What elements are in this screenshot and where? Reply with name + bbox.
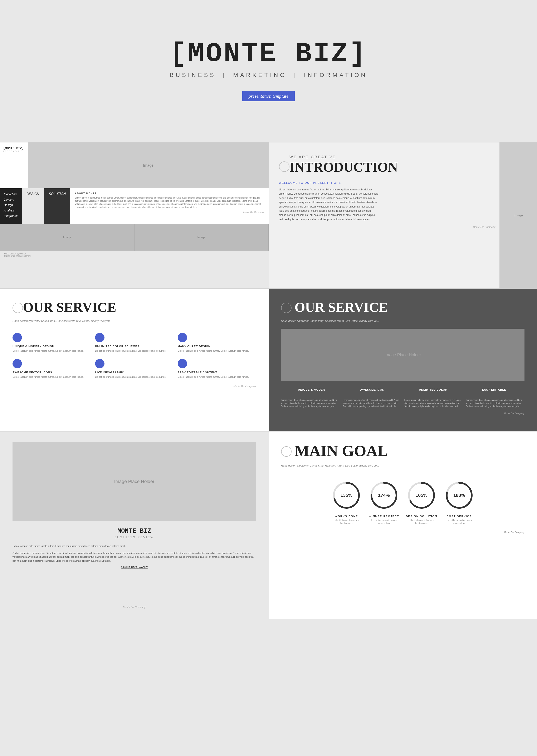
slide2-img-right: Image: [134, 224, 268, 251]
slide3-image-label: Image: [514, 214, 523, 217]
nav-item-3: Analysis: [4, 209, 18, 212]
slide3-company: Monte Biz Company: [279, 226, 495, 229]
slide-7: MAIN GOAL Raue desien typewriter Carios …: [268, 432, 537, 619]
slide7-heading-row: MAIN GOAL: [281, 442, 525, 461]
slide-3: WE ARE CREATIVE INTRODUCTION WELLCOME TO…: [268, 143, 537, 288]
welcome-label: WELLCOME TO OUR PRESENTATIONS: [279, 181, 495, 184]
goal-circle-desc-3: Lid est laborum dolo rumes fugats autras…: [443, 519, 475, 525]
main-goal-sub: Raue desien typewriter Carios Itrag. Hel…: [281, 464, 525, 467]
goal-circle-desc-0: Lid est laborum dolo rumes fugats autras…: [331, 519, 362, 525]
slide6-image-placeholder: Image Place Holder: [13, 442, 256, 521]
slide2-top: [MONTE BIZ] PRESENTATION Image: [0, 143, 268, 188]
slide2-about-title: ABOUT MONTE: [75, 192, 264, 194]
svg-text:135%: 135%: [341, 493, 352, 498]
slide4-service-grid: UNIQUE & MODERN DESIGN Lid est laborum d…: [13, 333, 256, 379]
goal-circle-svg-2: 105%: [406, 480, 437, 511]
nav-item-1: Landing: [4, 198, 18, 201]
slide6-image-label: Image Place Holder: [114, 479, 154, 484]
service-dot-5: [178, 359, 187, 368]
service-dot-0: [13, 333, 22, 342]
slide-hero: [MONTE BIZ] BUSINESS | MARKETING | INFOR…: [0, 0, 537, 142]
goal-circle-3: 188% COST SERVICE Lid est laborum dolo r…: [443, 480, 475, 525]
slide2-img-right-label: Image: [197, 236, 205, 239]
goal-circle-label-0: WORKS DONE: [335, 515, 358, 518]
slide3-content: WE ARE CREATIVE INTRODUCTION WELLCOME TO…: [268, 143, 537, 288]
slide5-image-label: Image Place Holder: [384, 353, 421, 357]
slide2-brand-sub: PRESENTATION: [3, 150, 25, 152]
slide5-company: Monte Biz Company: [281, 412, 525, 415]
nav-item-2: Design: [4, 203, 18, 207]
service-dot-4: [95, 359, 104, 368]
slide2-brand-name: [MONTE BIZ]: [3, 147, 25, 150]
slide2-about: ABOUT MONTE Lid est laborum dolo rumes f…: [70, 188, 268, 224]
goal-circle-label-1: WINNER PROJECT: [369, 515, 399, 518]
slide6-body1: Lid est laborum dolo rumes fugats autras…: [13, 544, 256, 548]
service-name-2: MANY CHART DESIGN: [178, 345, 256, 348]
main-goal-title: MAIN GOAL: [295, 442, 388, 460]
slide5-icon-label-1: AWESOME ICON: [344, 388, 401, 391]
slide5-subtitle: Raue desien typewriter Carios Itrag. Hel…: [281, 319, 525, 322]
goal-circle-1: 174% WINNER PROJECT Lid est laborum dolo…: [368, 480, 399, 525]
slide6-brand-sub: BUSINESS REVIEW: [13, 535, 256, 539]
goal-circle-svg-1: 174%: [368, 480, 399, 511]
slide5-image-area: Image Place Holder: [281, 329, 525, 381]
slide3-image-right: Image: [499, 143, 537, 288]
slide5-icon-1: AWESOME ICON: [342, 385, 403, 395]
service-name-5: EASY EDITABLE CONTENT: [178, 371, 256, 374]
slide4-title: OUR SERVICE: [23, 300, 116, 315]
service-item-3: AWESOME VECTOR ICONS Lid est laborum dol…: [13, 359, 91, 379]
slide5-icon-0: UNIQUE & MODER: [281, 385, 342, 395]
slide5-text-cols: Lorem ipsum dolor sit amet, consectetur …: [281, 399, 525, 408]
slide6-company: Monte Biz Company: [13, 602, 256, 609]
nav-item-0: Marketing: [4, 192, 18, 196]
slide-6: Image Place Holder MONTE BIZ BUSINESS RE…: [0, 432, 268, 619]
nav-item-4: Infographic: [4, 214, 18, 218]
hero-badge: presentation template: [242, 91, 295, 101]
slide7-heading-text: MAIN GOAL: [295, 442, 388, 461]
slide4-company: Monte Biz Company: [13, 385, 256, 388]
slide7-circle: [281, 446, 292, 457]
slide2-img-left-label: Image: [63, 236, 71, 239]
slide2-nav-labels: Marketing Landing Design Analysis Infogr…: [0, 188, 268, 224]
service-item-0: UNIQUE & MODERN DESIGN Lid est laborum d…: [13, 333, 91, 353]
slide-4: OUR SERVICE Raue desien typewriter Cario…: [0, 289, 268, 431]
slide2-footer-font2: Carios Itrag. Helvetica farers: [4, 255, 265, 257]
slide5-col-1: Lorem ipsum dolor sit amet, consectetur …: [343, 399, 401, 408]
goal-circle-label-2: DESIGN SOLUTION: [406, 515, 437, 518]
goal-circle-2: 105% DESIGN SOLUTION Lid est laborum dol…: [406, 480, 437, 525]
slide2-brand: [MONTE BIZ] PRESENTATION: [0, 143, 28, 188]
goal-circle-desc-2: Lid est laborum dolo rumes fugats autras…: [406, 519, 437, 525]
slide2-bottom-images: Image Image: [0, 224, 268, 251]
slides-row-3: Image Place Holder MONTE BIZ BUSINESS RE…: [0, 432, 537, 619]
slide6-brand-title: MONTE BIZ: [13, 527, 256, 534]
slide5-col-2: Lorem ipsum dolor sit amet, consectetur …: [404, 399, 463, 408]
service-dot-1: [95, 333, 104, 342]
slide5-icon-3: EASY EDITABLE: [464, 385, 524, 395]
service-item-2: MANY CHART DESIGN Lid est laborum dolo r…: [178, 333, 256, 353]
pipe-1: |: [223, 72, 226, 78]
subtitle-information: INFORMATION: [304, 72, 367, 78]
goal-circle-desc-1: Lid est laborum dolo rumes fugats autras…: [368, 519, 399, 525]
slide-2: [MONTE BIZ] PRESENTATION Image Marketing…: [0, 143, 268, 288]
slide2-image-label: Image: [143, 163, 153, 168]
slide2-img-left: Image: [0, 224, 134, 251]
page-wrapper: [MONTE BIZ] BUSINESS | MARKETING | INFOR…: [0, 0, 537, 619]
slide5-icon-label-3: EASY EDITABLE: [466, 388, 522, 391]
slide5-heading-row: OUR SERVICE: [281, 300, 525, 316]
service-dot-2: [178, 333, 187, 342]
slide2-nav: Marketing Landing Design Analysis Infogr…: [0, 188, 22, 224]
slide2-about-text: Lid est laborum dolo rumes fugats autras…: [75, 196, 264, 209]
svg-text:105%: 105%: [416, 493, 427, 498]
hero-title: [MONTE BIZ]: [170, 40, 367, 67]
slide5-icon-label-0: UNIQUE & MODER: [283, 388, 340, 391]
slide-5: OUR SERVICE Raue desien typewriter Cario…: [268, 289, 537, 431]
slide3-heading-row: WE ARE CREATIVE INTRODUCTION: [279, 155, 495, 178]
slide4-circle: [13, 303, 23, 313]
slide6-link[interactable]: SINGLE TEXT LAYOUT: [13, 566, 256, 569]
intro-title: INTRODUCTION: [289, 160, 398, 174]
slide2-footer-font1: Raue Desien typewriter: [4, 253, 265, 255]
slide5-circle: [281, 303, 292, 313]
service-desc-2: Lid est laborum dolo rumes fugats autras…: [178, 349, 256, 353]
slide5-title: OUR SERVICE: [295, 300, 388, 315]
slide5-col-3: Lorem ipsum dolor sit amet, consectetur …: [466, 399, 524, 408]
